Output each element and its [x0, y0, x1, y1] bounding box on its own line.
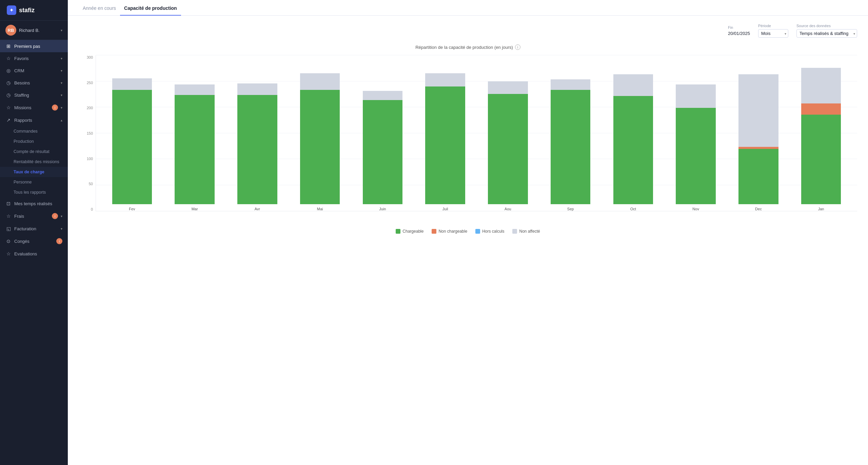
grid-line — [96, 55, 857, 55]
bar-group: Aou — [477, 81, 539, 211]
source-select[interactable]: Temps réalisés & staffing Temps réalisés… — [796, 29, 857, 38]
bar-stack — [551, 79, 590, 204]
sidebar-item-facturation[interactable]: ◱ Facturation ▾ — [0, 222, 68, 235]
sidebar-item-frais[interactable]: ☆ Frais i ▾ — [0, 210, 68, 222]
bar-month-label: Oct — [630, 207, 636, 211]
chart-container: Fin 20/01/2025 Période Mois Semaine Trim… — [68, 16, 868, 465]
conges-icon: ⊙ — [5, 238, 12, 244]
bar-seg-non-affecte — [363, 91, 402, 100]
grid-icon: ⊞ — [5, 43, 12, 49]
app-name: stafiz — [19, 7, 35, 14]
people-icon: ◷ — [5, 92, 12, 98]
sidebar-item-label: Frais — [14, 214, 49, 219]
bar-month-label: Juil — [442, 207, 448, 211]
logo-icon: ✦ — [7, 5, 16, 15]
bar-stack — [425, 73, 465, 204]
bar-seg-non-affecte — [676, 84, 715, 108]
missions-badge: i — [52, 104, 58, 111]
bar-month-label: Mar — [192, 207, 198, 211]
evaluations-icon: ☆ — [5, 251, 12, 256]
fin-label: Fin — [728, 25, 750, 30]
bar-stack — [613, 74, 653, 204]
periode-select-wrapper[interactable]: Mois Semaine Trimestre — [758, 29, 788, 38]
clock-icon: ◷ — [5, 80, 12, 85]
sidebar-item-staffing[interactable]: ◷ Staffing ▾ — [0, 89, 68, 101]
source-select-wrapper[interactable]: Temps réalisés & staffing Temps réalisés… — [796, 29, 857, 38]
bar-month-label: Sep — [567, 207, 574, 211]
periode-control: Période Mois Semaine Trimestre — [758, 24, 788, 38]
sidebar-item-favoris[interactable]: ☆ Favoris ▾ — [0, 52, 68, 64]
sidebar-item-missions[interactable]: ☆ Missions i ▾ — [0, 101, 68, 114]
bar-chart: 300250200150100500FevMarAvrMaiJuinJuilAo… — [79, 55, 857, 224]
bar-group: Mar — [164, 84, 225, 211]
sidebar-item-mes-temps[interactable]: ⊡ Mes temps réalisés — [0, 197, 68, 210]
y-axis: 300250200150100500 — [79, 55, 96, 211]
sidebar-item-rapports[interactable]: ↗ Rapports ▴ — [0, 114, 68, 126]
bar-seg-non-affecte — [425, 73, 465, 87]
bar-seg-non-affecte — [801, 68, 841, 103]
user-name: Richard B. — [19, 28, 58, 33]
y-label: 0 — [91, 207, 93, 211]
bar-seg-non-chargeable — [801, 103, 841, 115]
sidebar-sub-item-compte-resultat[interactable]: Compte de résultat — [0, 147, 68, 157]
circle-icon: ◎ — [5, 68, 12, 73]
bar-seg-non-affecte — [488, 81, 528, 94]
y-label: 150 — [87, 131, 93, 135]
source-label: Source des données — [796, 24, 857, 28]
fin-control: Fin 20/01/2025 — [728, 25, 750, 36]
bar-seg-non-affecte — [175, 84, 214, 95]
bar-seg-chargeable — [613, 96, 653, 204]
bar-seg-chargeable — [676, 108, 715, 204]
source-control: Source des données Temps réalisés & staf… — [796, 24, 857, 38]
bar-stack — [488, 81, 528, 204]
tab-annee[interactable]: Année en cours — [79, 0, 120, 16]
sidebar-item-evaluations[interactable]: ☆ Evaluations — [0, 248, 68, 260]
bar-seg-non-affecte — [237, 83, 277, 95]
bar-stack — [676, 84, 715, 204]
bar-seg-chargeable — [237, 95, 277, 204]
sidebar-sub-item-personne[interactable]: Personne — [0, 177, 68, 187]
missions-icon: ☆ — [5, 105, 12, 110]
bar-group: Fev — [101, 78, 163, 211]
bar-group: Oct — [603, 74, 664, 211]
bar-group: Sep — [540, 79, 601, 211]
conges-badge: i — [56, 238, 62, 244]
chevron-down-icon: ▾ — [61, 28, 62, 32]
sidebar-sub-item-production[interactable]: Production — [0, 136, 68, 147]
chevron-down-icon: ▾ — [61, 57, 62, 60]
sidebar-item-premiers-pas[interactable]: ⊞ Premiers pas — [0, 40, 68, 52]
sidebar-sub-item-rentabilite[interactable]: Rentabilité des missions — [0, 157, 68, 167]
sidebar-item-label: Mes temps réalisés — [14, 201, 62, 206]
temps-icon: ⊡ — [5, 201, 12, 206]
bar-seg-non-affecte — [112, 78, 152, 90]
bar-month-label: Aou — [505, 207, 511, 211]
star-icon: ☆ — [5, 56, 12, 61]
bar-group: Nov — [665, 84, 727, 211]
sidebar-item-conges[interactable]: ⊙ Congés i — [0, 235, 68, 248]
legend-non-affecte: Non affecté — [512, 229, 540, 234]
bar-stack — [801, 68, 841, 204]
sidebar-item-label: Facturation — [14, 226, 58, 231]
sidebar-item-crm[interactable]: ◎ CRM ▾ — [0, 64, 68, 77]
facturation-icon: ◱ — [5, 226, 12, 231]
chevron-down-icon: ▾ — [61, 81, 62, 85]
bar-group: Juin — [352, 91, 413, 211]
sidebar-sub-item-commandes[interactable]: Commandes — [0, 126, 68, 136]
avatar: RB — [5, 25, 16, 36]
sidebar-sub-item-tous-rapports[interactable]: Tous les rapports — [0, 187, 68, 197]
sidebar-item-besoins[interactable]: ◷ Besoins ▾ — [0, 77, 68, 89]
user-profile[interactable]: RB Richard B. ▾ — [0, 21, 68, 40]
tabs-bar: Année en cours Capacité de production — [68, 0, 868, 16]
bar-seg-chargeable — [112, 90, 152, 204]
legend-color-chargeable — [396, 229, 400, 234]
legend-color-non-affecte — [512, 229, 517, 234]
bar-seg-chargeable — [801, 115, 841, 204]
sidebar-sub-item-taux-charge[interactable]: Taux de charge — [0, 167, 68, 177]
sidebar-item-label: CRM — [14, 68, 58, 73]
y-label: 200 — [87, 106, 93, 110]
periode-select[interactable]: Mois Semaine Trimestre — [758, 29, 788, 38]
sidebar-item-label: Rapports — [14, 118, 58, 123]
bar-seg-chargeable — [363, 100, 402, 204]
tab-capacite[interactable]: Capacité de production — [120, 0, 181, 16]
chevron-down-icon: ▾ — [61, 106, 62, 110]
